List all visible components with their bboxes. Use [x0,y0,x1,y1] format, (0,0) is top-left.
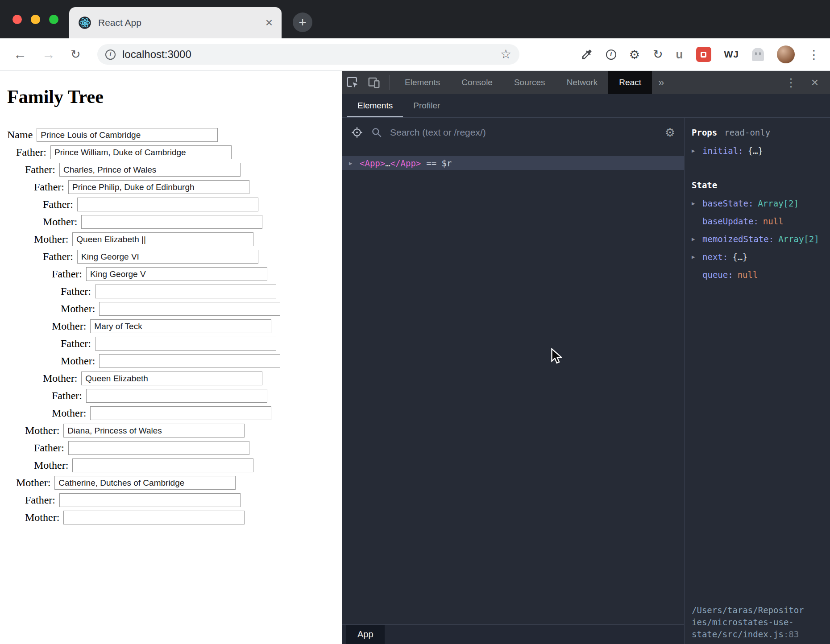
window-zoom-button[interactable] [49,15,58,24]
profile-avatar[interactable] [777,45,795,63]
window-minimize-button[interactable] [31,15,40,24]
back-button[interactable]: ← [13,48,27,61]
refresh-extension-icon[interactable]: ↻ [653,49,663,61]
eval-hint: == $r [426,158,452,168]
field-input[interactable] [72,458,253,472]
kv-key: initial: [702,146,743,156]
field-label: Mother: [52,320,86,332]
field-label: Father: [16,146,46,158]
devtools-tab-elements[interactable]: Elements [394,71,451,94]
search-input[interactable] [390,127,657,138]
wj-extension-icon[interactable]: WJ [724,49,739,60]
devtools-tab-sources[interactable]: Sources [503,71,556,94]
component-open-tag: <App> [360,158,385,168]
field-row: Father: [61,337,342,351]
bookmark-star-icon[interactable]: ☆ [500,48,511,61]
field-input[interactable] [63,424,245,438]
field-row: Mother: [43,215,342,229]
props-mode-label: read-only [724,128,770,137]
kv-value: {…} [748,146,763,156]
field-input[interactable] [63,511,245,524]
browser-tab[interactable]: React App × [69,7,282,38]
field-input[interactable] [86,389,267,403]
field-label: Mother: [43,216,77,228]
site-info-icon[interactable]: i [105,50,116,60]
field-input[interactable] [68,180,249,194]
devtools-tab-network[interactable]: Network [556,71,609,94]
expand-arrow-icon[interactable]: ▶ [692,254,702,260]
react-devtools-body: ⚙ ▶ <App> … </App> == $r App [342,118,830,644]
field-row: Father: [34,180,342,194]
reload-button[interactable]: ↻ [71,49,81,61]
field-input[interactable] [59,493,241,507]
field-input[interactable] [86,267,267,281]
field-label: Name [7,129,33,141]
field-row: Mother: [61,302,342,316]
field-label: Father: [52,268,82,280]
settings-gear-icon[interactable]: ⚙ [665,127,675,138]
devtools-close-icon[interactable]: × [811,75,818,90]
source-line-number: :83 [784,629,799,639]
devtools-tabs: ElementsConsoleSourcesNetworkReact [394,71,652,94]
field-input[interactable] [99,354,280,368]
info-extension-icon[interactable]: i [606,50,616,60]
field-label: Father: [25,494,55,506]
expand-arrow-icon[interactable]: ▶ [692,236,702,242]
url-text[interactable]: localhost:3000 [122,48,500,61]
kv-row-baseState[interactable]: ▶baseState:Array[2] [692,194,830,212]
browser-menu-icon[interactable]: ⋮ [808,47,820,62]
field-label: Mother: [16,477,50,489]
new-tab-button[interactable]: + [293,12,312,32]
kv-key: memoizedState: [702,234,774,244]
more-tabs-icon[interactable]: » [652,76,670,89]
field-input[interactable] [59,163,241,177]
kv-row-memoizedState[interactable]: ▶memoizedState:Array[2] [692,230,830,248]
field-input[interactable] [54,476,236,490]
kv-row-next[interactable]: ▶next:{…} [692,248,830,266]
ghost-extension-icon[interactable] [752,48,764,61]
source-file-path[interactable]: /Users/taras/Repositor ies/microstates-u… [692,604,804,640]
devtools-menu-icon[interactable]: ⋮ [785,76,797,90]
u-extension-icon[interactable]: u [676,48,683,62]
tab-close-icon[interactable]: × [266,17,273,29]
field-input[interactable] [72,232,253,246]
field-label: Mother: [52,407,86,419]
devtools-tab-react[interactable]: React [608,71,652,94]
expand-arrow-icon[interactable]: ▶ [349,160,360,166]
device-toolbar-icon[interactable] [363,76,385,89]
window-close-button[interactable] [12,15,22,24]
react-devtools-tabs: ElementsProfiler [342,94,830,118]
field-input[interactable] [68,441,249,455]
field-input[interactable] [95,285,276,298]
field-input[interactable] [50,145,232,159]
extensions-area: i ⚙ ↻ u WJ ⋮ [581,38,820,70]
field-input[interactable] [95,337,276,351]
browser-navbar: ← → ↻ i localhost:3000 ☆ i ⚙ ↻ u WJ ⋮ [0,38,830,71]
react-tab-elements[interactable]: Elements [347,94,403,117]
field-label: Mother: [61,303,95,315]
expand-arrow-icon[interactable]: ▶ [692,148,702,154]
field-input[interactable] [90,319,271,333]
kv-row-initial[interactable]: ▶initial:{…} [692,142,830,160]
red-extension-icon[interactable] [696,47,711,62]
field-input[interactable] [37,128,218,142]
field-input[interactable] [81,372,262,385]
field-input[interactable] [77,250,258,264]
field-input[interactable] [99,302,280,316]
react-tab-profiler[interactable]: Profiler [403,94,450,117]
field-input[interactable] [90,406,271,420]
field-input[interactable] [81,215,262,229]
field-input[interactable] [77,198,258,211]
field-row: Father: [61,285,342,298]
devtools-tab-console[interactable]: Console [451,71,503,94]
breadcrumb-app[interactable]: App [346,625,385,644]
inspect-element-icon[interactable] [342,76,363,89]
eyedropper-extension-icon[interactable] [581,48,593,61]
settings-extension-icon[interactable]: ⚙ [629,49,640,61]
tree-row-app[interactable]: ▶ <App> … </App> == $r [342,156,684,170]
expand-arrow-icon[interactable]: ▶ [692,200,702,206]
select-component-icon[interactable] [351,126,363,139]
address-bar[interactable]: i localhost:3000 ☆ [97,44,519,65]
field-label: Father: [61,285,91,297]
react-tree-pane: ⚙ ▶ <App> … </App> == $r App [342,118,684,644]
